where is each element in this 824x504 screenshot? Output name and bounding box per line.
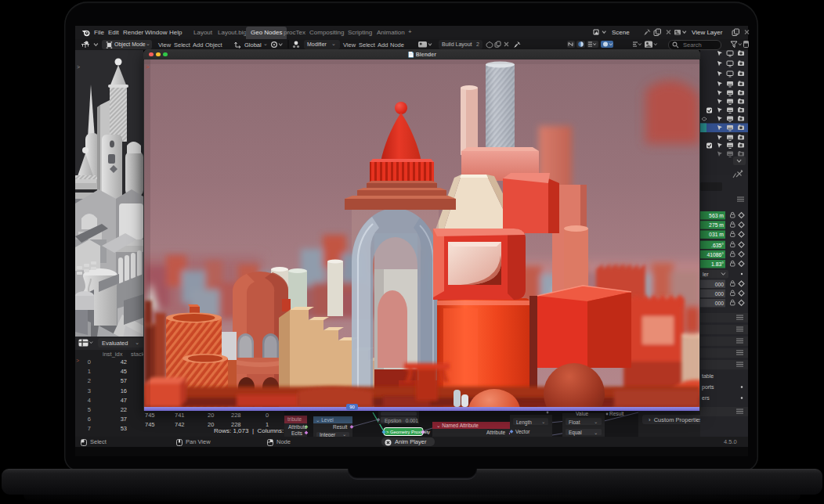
svg-text:563 m: 563 m [709, 213, 724, 218]
svg-text:˃: ˃ [146, 63, 150, 70]
svg-text:000: 000 [715, 301, 725, 306]
svg-text:.635°: .635° [711, 243, 724, 248]
svg-text:000: 000 [715, 282, 725, 287]
svg-text:ports: ports [702, 384, 714, 391]
svg-text:table: table [702, 373, 714, 379]
svg-text:031 m: 031 m [709, 232, 724, 237]
svg-text:ers: ers [702, 395, 710, 401]
svg-text:1.83°: 1.83° [711, 261, 724, 267]
svg-text:275 m: 275 m [709, 222, 724, 228]
svg-text:41086°: 41086° [707, 252, 724, 257]
svg-text:⌄: ⌄ [689, 64, 694, 70]
svg-text:000: 000 [715, 291, 725, 297]
svg-text:ler: ler [703, 272, 709, 277]
